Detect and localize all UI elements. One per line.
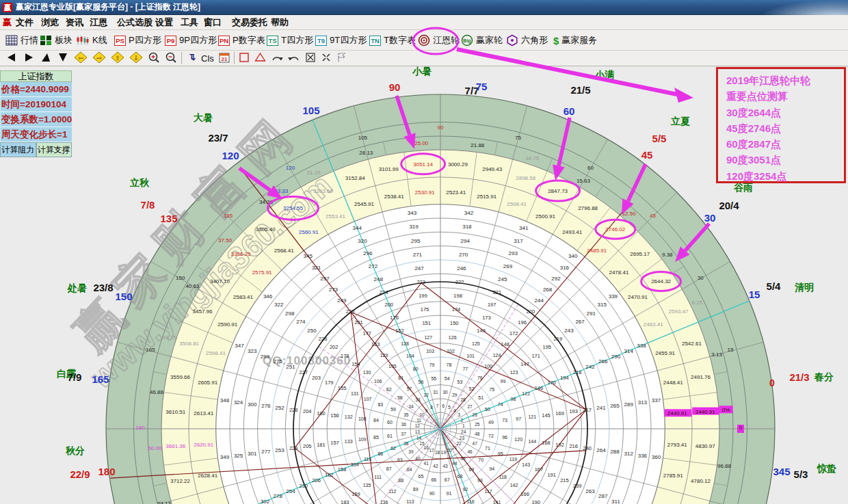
svg-text:6.25: 6.25 (691, 300, 702, 306)
svg-text:289: 289 (624, 401, 634, 408)
svg-text:71: 71 (485, 446, 490, 451)
svg-text:171: 171 (531, 353, 540, 359)
svg-text:45: 45 (460, 456, 466, 461)
svg-text:266: 266 (598, 358, 608, 364)
svg-text:230: 230 (300, 483, 308, 489)
svg-text:44: 44 (452, 461, 458, 466)
svg-text:241: 241 (596, 405, 606, 411)
svg-text:294: 294 (461, 238, 471, 244)
svg-text:291: 291 (587, 310, 596, 317)
svg-text:300: 300 (248, 401, 257, 408)
svg-text:224: 224 (380, 289, 388, 295)
svg-text:342: 342 (464, 210, 474, 216)
svg-text:269: 269 (503, 263, 513, 269)
svg-text:275: 275 (274, 358, 283, 364)
svg-text:166: 166 (520, 491, 529, 497)
svg-text:23: 23 (460, 436, 465, 440)
svg-text:176: 176 (390, 315, 399, 321)
svg-text:96.88: 96.88 (717, 463, 732, 469)
svg-text:174: 174 (452, 306, 461, 313)
svg-text:90: 90 (389, 81, 401, 93)
svg-text:91: 91 (447, 491, 452, 496)
svg-text:201: 201 (354, 319, 363, 326)
svg-text:立夏: 立夏 (670, 116, 690, 127)
svg-text:198: 198 (453, 293, 462, 299)
svg-text:58: 58 (397, 395, 403, 400)
svg-text:150: 150 (176, 275, 185, 281)
svg-text:192: 192 (555, 442, 564, 448)
svg-text:2785.91: 2785.91 (663, 473, 683, 479)
svg-text:206: 206 (312, 477, 321, 483)
svg-text:150: 150 (115, 291, 132, 302)
svg-text:244: 244 (535, 297, 544, 304)
svg-text:3000.29: 3000.29 (448, 161, 468, 168)
svg-text:204: 204 (303, 408, 312, 414)
svg-text:75: 75 (476, 81, 488, 92)
svg-text:42: 42 (433, 464, 438, 468)
svg-text:2440.91: 2440.91 (667, 410, 687, 416)
svg-text:31: 31 (433, 390, 438, 395)
svg-text:149: 149 (477, 328, 486, 334)
svg-text:15.63: 15.63 (577, 178, 591, 184)
svg-text:199: 199 (419, 293, 427, 299)
svg-text:3356.25: 3356.25 (231, 251, 251, 257)
svg-text:30: 30 (442, 390, 448, 395)
svg-text:155: 155 (338, 385, 347, 391)
svg-text:处暑: 处暑 (67, 282, 87, 293)
svg-text:96: 96 (502, 435, 507, 440)
svg-text:9: 9 (425, 408, 427, 413)
svg-text:2847.73: 2847.73 (548, 188, 568, 194)
svg-text:293: 293 (509, 250, 518, 256)
svg-text:7/8: 7/8 (141, 199, 155, 211)
svg-text:56: 56 (419, 380, 424, 384)
svg-text:86: 86 (377, 451, 383, 456)
svg-text:3610.51: 3610.51 (165, 409, 185, 415)
svg-text:226: 226 (319, 336, 328, 342)
svg-text:251: 251 (286, 364, 295, 370)
svg-text:110: 110 (364, 457, 371, 462)
svg-text:37.50: 37.50 (218, 237, 233, 243)
svg-text:177: 177 (363, 330, 372, 336)
svg-text:148: 148 (501, 341, 510, 347)
svg-text:111: 111 (374, 475, 382, 479)
svg-text:4780.12: 4780.12 (691, 478, 711, 484)
svg-text:33: 33 (415, 397, 421, 402)
svg-text:15: 15 (728, 347, 734, 353)
svg-text:90: 90 (429, 491, 435, 496)
svg-text:141: 141 (493, 500, 501, 504)
svg-text:120: 120 (286, 165, 295, 171)
svg-text:5/5: 5/5 (652, 133, 667, 144)
svg-text:169: 169 (555, 410, 564, 416)
svg-text:152: 152 (395, 328, 404, 334)
svg-text:240: 240 (583, 445, 592, 451)
svg-text:228: 228 (289, 407, 298, 413)
svg-text:98: 98 (511, 397, 516, 401)
svg-text:70: 70 (478, 457, 483, 462)
svg-text:2542.61: 2542.61 (682, 341, 702, 347)
svg-text:67: 67 (445, 477, 450, 482)
svg-text:26: 26 (473, 412, 478, 417)
svg-text:102: 102 (447, 349, 455, 354)
svg-text:154: 154 (352, 361, 360, 367)
svg-text:338: 338 (637, 343, 646, 349)
svg-text:167: 167 (535, 466, 544, 473)
svg-text:321: 321 (312, 265, 321, 271)
svg-text:2793.41: 2793.41 (667, 442, 687, 448)
svg-text:319: 319 (409, 224, 419, 230)
svg-text:2598.41: 2598.41 (206, 350, 226, 356)
svg-text:287: 287 (598, 493, 608, 499)
svg-text:65: 65 (419, 474, 424, 479)
svg-text:2620.91: 2620.91 (194, 442, 213, 448)
svg-text:45: 45 (641, 149, 653, 161)
svg-text:75: 75 (489, 387, 494, 392)
svg-text:21: 21 (221, 56, 227, 62)
svg-text:3407.10: 3407.10 (210, 278, 230, 284)
svg-text:61: 61 (387, 434, 393, 438)
svg-text:3.13: 3.13 (711, 352, 722, 358)
svg-text:7/9: 7/9 (68, 371, 82, 383)
svg-text:52: 52 (469, 386, 475, 391)
svg-text:120: 120 (222, 150, 239, 161)
svg-text:143: 143 (522, 462, 530, 467)
svg-text:60: 60 (387, 420, 393, 425)
svg-text:23/7: 23/7 (208, 132, 228, 144)
